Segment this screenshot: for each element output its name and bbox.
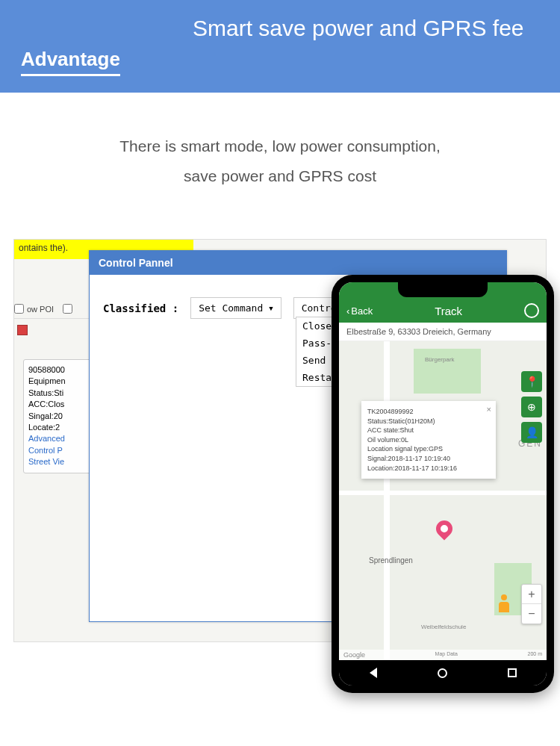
android-nav-bar [339, 660, 547, 686]
info-control-link[interactable]: Control P [28, 445, 87, 456]
refresh-icon[interactable] [524, 303, 539, 318]
address-bar: Elbestraße 9, 63303 Dreieich, Germany [339, 323, 547, 341]
popup-signal-type: Location signal type:GPS [367, 444, 490, 454]
popup-id: TK2004899992 [367, 407, 490, 417]
device-popup: × TK2004899992 Status:Static(01H20M) ACC… [361, 401, 496, 479]
device-info-tooltip: 90588000 Equipmen Status:Sti ACC:Clos Si… [23, 359, 92, 473]
popup-status: Status:Static(01H20M) [367, 417, 490, 426]
target-icon[interactable]: ⊕ [521, 397, 542, 417]
android-back-icon[interactable] [370, 668, 377, 678]
sprendlingen-label: Sprendlingen [369, 556, 413, 565]
red-marker-icon [17, 325, 28, 335]
popup-location: Location:2018-11-17 10:19:16 [367, 464, 490, 473]
subtitle-block: There is smart mode, low power consumpti… [0, 93, 560, 199]
phone-screen: ‹ Back Track Elbestraße 9, 63303 Dreieic… [339, 282, 547, 686]
info-signal: Singal:20 [28, 411, 87, 422]
page-header: Advantage Smart save power and GPRS fee [0, 0, 560, 93]
pegman-icon[interactable] [497, 594, 511, 615]
subtitle-line2: save power and GPRS cost [15, 161, 545, 191]
info-status: Status:Sti [28, 388, 87, 399]
close-icon[interactable]: × [487, 404, 491, 415]
chevron-down-icon: ▼ [269, 305, 273, 312]
subtitle-line1: There is smart mode, low power consumpti… [15, 131, 545, 161]
weibelfeldschule-label: Weibelfeldschule [421, 624, 466, 630]
map-scale: 200 m [528, 651, 542, 659]
show-poi-checkbox[interactable]: ow POI [14, 299, 89, 319]
second-checkbox[interactable] [63, 304, 72, 314]
info-advanced-link[interactable]: Advanced [28, 433, 87, 444]
header-left: Advantage [0, 0, 179, 93]
app-title: Track [435, 305, 462, 317]
info-street-link[interactable]: Street Vie [28, 456, 87, 467]
map-attribution: Google Map Data 200 m [339, 650, 547, 660]
classified-label: Classified : [103, 302, 178, 314]
road-vertical [384, 341, 390, 660]
phone-notch [398, 282, 488, 297]
zoom-in-button[interactable]: + [522, 585, 541, 604]
android-home-icon[interactable] [438, 668, 447, 678]
person-pin-icon[interactable]: 👤 [521, 422, 542, 443]
location-icon[interactable]: 📍 [521, 371, 542, 392]
set-command-text: Set Command [199, 302, 263, 314]
info-id: 90588000 [28, 364, 87, 376]
info-acc: ACC:Clos [28, 399, 87, 410]
park-area [414, 349, 481, 394]
popup-signal: Signal:2018-11-17 10:19:40 [367, 454, 490, 464]
map-data-label: Map Data [435, 651, 458, 659]
popup-oil: Oil volume:0L [367, 435, 490, 445]
zoom-controls: + − [521, 584, 542, 624]
poi-checkbox-input[interactable] [14, 304, 24, 314]
poi-label: ow POI [27, 305, 54, 314]
map-view[interactable]: Bürgerpark Sprendlingen GEN Weibelfeldsc… [339, 341, 547, 660]
app-header: ‹ Back Track [339, 299, 547, 323]
info-equipment: Equipmen [28, 376, 87, 387]
zoom-out-button[interactable]: − [522, 604, 541, 624]
map-marker-row [14, 319, 89, 343]
header-title: Smart save power and GPRS fee [179, 0, 560, 93]
control-panel-title: Control Pannel [90, 251, 506, 275]
google-logo: Google [343, 651, 365, 659]
advantage-label: Advantage [21, 48, 120, 76]
back-label: Back [351, 305, 373, 317]
info-locate: Locate:2 [28, 422, 87, 433]
android-recent-icon[interactable] [508, 668, 517, 677]
map-sidebar: ow POI [14, 299, 89, 343]
phone-mockup: ‹ Back Track Elbestraße 9, 63303 Dreieic… [332, 275, 554, 693]
set-command-dropdown[interactable]: Set Command ▼ [190, 297, 281, 319]
map-side-buttons: 📍 ⊕ 👤 [521, 371, 542, 443]
chevron-left-icon: ‹ [346, 305, 349, 317]
back-button[interactable]: ‹ Back [346, 305, 373, 317]
road-horizontal [339, 491, 547, 495]
location-pin-icon[interactable] [436, 520, 452, 543]
burgerpark-label: Bürgerpark [425, 356, 455, 363]
popup-acc: ACC state:Shut [367, 426, 490, 435]
